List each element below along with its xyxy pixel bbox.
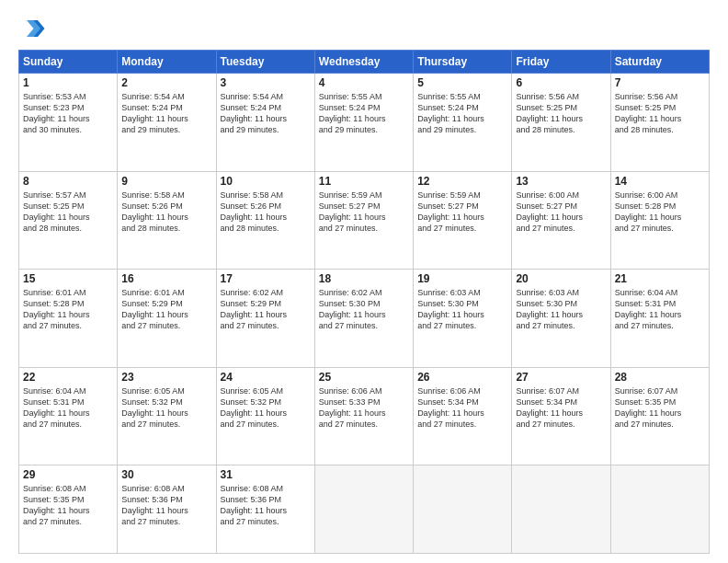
calendar-header-saturday: Saturday xyxy=(610,51,709,74)
calendar-header-monday: Monday xyxy=(118,51,216,74)
calendar-cell: 5Sunrise: 5:55 AM Sunset: 5:24 PM Daylig… xyxy=(414,74,512,172)
day-info: Sunrise: 5:57 AM Sunset: 5:25 PM Dayligh… xyxy=(23,190,113,235)
calendar-cell: 28Sunrise: 6:07 AM Sunset: 5:35 PM Dayli… xyxy=(610,367,709,465)
day-number: 3 xyxy=(221,76,311,89)
day-number: 16 xyxy=(121,272,211,285)
calendar-cell xyxy=(610,465,709,554)
calendar-cell: 29Sunrise: 6:08 AM Sunset: 5:35 PM Dayli… xyxy=(19,465,118,554)
day-info: Sunrise: 5:54 AM Sunset: 5:24 PM Dayligh… xyxy=(121,91,211,136)
day-number: 23 xyxy=(121,371,211,384)
day-number: 10 xyxy=(221,175,311,188)
calendar-cell: 8Sunrise: 5:57 AM Sunset: 5:25 PM Daylig… xyxy=(19,171,118,270)
day-number: 20 xyxy=(516,272,606,285)
day-info: Sunrise: 5:56 AM Sunset: 5:25 PM Dayligh… xyxy=(615,91,705,136)
day-info: Sunrise: 6:08 AM Sunset: 5:36 PM Dayligh… xyxy=(121,483,211,528)
day-number: 28 xyxy=(615,371,705,384)
calendar-cell: 18Sunrise: 6:02 AM Sunset: 5:30 PM Dayli… xyxy=(314,270,413,368)
day-info: Sunrise: 6:07 AM Sunset: 5:35 PM Dayligh… xyxy=(615,385,705,431)
day-number: 5 xyxy=(417,76,507,89)
day-number: 30 xyxy=(121,468,211,481)
calendar-cell: 21Sunrise: 6:04 AM Sunset: 5:31 PM Dayli… xyxy=(610,270,709,368)
calendar-table: SundayMondayTuesdayWednesdayThursdayFrid… xyxy=(18,50,710,554)
calendar-cell: 20Sunrise: 6:03 AM Sunset: 5:30 PM Dayli… xyxy=(512,270,610,368)
day-number: 13 xyxy=(516,175,606,188)
day-number: 9 xyxy=(121,175,211,188)
calendar-header-tuesday: Tuesday xyxy=(216,51,314,74)
day-info: Sunrise: 6:08 AM Sunset: 5:36 PM Dayligh… xyxy=(221,483,311,528)
calendar-cell: 10Sunrise: 5:58 AM Sunset: 5:26 PM Dayli… xyxy=(216,171,314,270)
day-number: 18 xyxy=(319,272,409,285)
calendar-week-row: 29Sunrise: 6:08 AM Sunset: 5:35 PM Dayli… xyxy=(19,465,710,554)
calendar-cell: 6Sunrise: 5:56 AM Sunset: 5:25 PM Daylig… xyxy=(512,74,610,172)
day-info: Sunrise: 6:03 AM Sunset: 5:30 PM Dayligh… xyxy=(417,287,507,332)
day-number: 17 xyxy=(221,272,311,285)
day-info: Sunrise: 6:04 AM Sunset: 5:31 PM Dayligh… xyxy=(23,385,113,431)
day-number: 2 xyxy=(121,76,211,89)
day-info: Sunrise: 5:54 AM Sunset: 5:24 PM Dayligh… xyxy=(221,91,311,136)
calendar-cell: 22Sunrise: 6:04 AM Sunset: 5:31 PM Dayli… xyxy=(19,367,118,465)
day-info: Sunrise: 6:05 AM Sunset: 5:32 PM Dayligh… xyxy=(221,385,311,431)
day-number: 11 xyxy=(319,175,409,188)
calendar-cell: 1Sunrise: 5:53 AM Sunset: 5:23 PM Daylig… xyxy=(19,74,118,172)
calendar-week-row: 22Sunrise: 6:04 AM Sunset: 5:31 PM Dayli… xyxy=(19,367,710,465)
header xyxy=(18,15,710,42)
calendar-week-row: 1Sunrise: 5:53 AM Sunset: 5:23 PM Daylig… xyxy=(19,74,710,172)
day-info: Sunrise: 5:58 AM Sunset: 5:26 PM Dayligh… xyxy=(221,190,311,235)
calendar-header-sunday: Sunday xyxy=(19,51,118,74)
calendar-cell xyxy=(314,465,413,554)
calendar-cell xyxy=(512,465,610,554)
calendar-cell: 26Sunrise: 6:06 AM Sunset: 5:34 PM Dayli… xyxy=(414,367,512,465)
day-number: 31 xyxy=(221,468,311,481)
day-info: Sunrise: 6:00 AM Sunset: 5:27 PM Dayligh… xyxy=(516,190,606,235)
day-info: Sunrise: 6:02 AM Sunset: 5:30 PM Dayligh… xyxy=(319,287,409,332)
calendar-cell: 9Sunrise: 5:58 AM Sunset: 5:26 PM Daylig… xyxy=(118,171,216,270)
calendar-cell: 30Sunrise: 6:08 AM Sunset: 5:36 PM Dayli… xyxy=(118,465,216,554)
calendar-week-row: 15Sunrise: 6:01 AM Sunset: 5:28 PM Dayli… xyxy=(19,270,710,368)
day-info: Sunrise: 5:58 AM Sunset: 5:26 PM Dayligh… xyxy=(121,190,211,235)
calendar-header-row: SundayMondayTuesdayWednesdayThursdayFrid… xyxy=(19,51,710,74)
day-number: 25 xyxy=(319,371,409,384)
calendar-header-thursday: Thursday xyxy=(414,51,512,74)
calendar-week-row: 8Sunrise: 5:57 AM Sunset: 5:25 PM Daylig… xyxy=(19,171,710,270)
day-number: 4 xyxy=(319,76,409,89)
calendar-cell: 31Sunrise: 6:08 AM Sunset: 5:36 PM Dayli… xyxy=(216,465,314,554)
day-info: Sunrise: 6:04 AM Sunset: 5:31 PM Dayligh… xyxy=(615,287,705,332)
day-info: Sunrise: 6:02 AM Sunset: 5:29 PM Dayligh… xyxy=(221,287,311,332)
calendar-cell: 25Sunrise: 6:06 AM Sunset: 5:33 PM Dayli… xyxy=(314,367,413,465)
day-info: Sunrise: 6:06 AM Sunset: 5:34 PM Dayligh… xyxy=(417,385,507,431)
day-number: 8 xyxy=(23,175,113,188)
calendar-cell: 16Sunrise: 6:01 AM Sunset: 5:29 PM Dayli… xyxy=(118,270,216,368)
logo-icon xyxy=(18,15,46,42)
calendar-cell: 11Sunrise: 5:59 AM Sunset: 5:27 PM Dayli… xyxy=(314,171,413,270)
day-info: Sunrise: 6:05 AM Sunset: 5:32 PM Dayligh… xyxy=(121,385,211,431)
calendar-cell: 12Sunrise: 5:59 AM Sunset: 5:27 PM Dayli… xyxy=(414,171,512,270)
day-info: Sunrise: 6:01 AM Sunset: 5:28 PM Dayligh… xyxy=(23,287,113,332)
day-number: 6 xyxy=(516,76,606,89)
calendar-cell: 13Sunrise: 6:00 AM Sunset: 5:27 PM Dayli… xyxy=(512,171,610,270)
day-info: Sunrise: 5:59 AM Sunset: 5:27 PM Dayligh… xyxy=(417,190,507,235)
page: SundayMondayTuesdayWednesdayThursdayFrid… xyxy=(0,0,728,563)
day-info: Sunrise: 5:55 AM Sunset: 5:24 PM Dayligh… xyxy=(417,91,507,136)
day-number: 26 xyxy=(417,371,507,384)
day-number: 14 xyxy=(615,175,705,188)
day-info: Sunrise: 5:53 AM Sunset: 5:23 PM Dayligh… xyxy=(23,91,113,136)
day-number: 1 xyxy=(23,76,113,89)
day-info: Sunrise: 6:00 AM Sunset: 5:28 PM Dayligh… xyxy=(615,190,705,235)
calendar-header-friday: Friday xyxy=(512,51,610,74)
logo xyxy=(18,15,50,42)
day-info: Sunrise: 6:03 AM Sunset: 5:30 PM Dayligh… xyxy=(516,287,606,332)
calendar-cell: 15Sunrise: 6:01 AM Sunset: 5:28 PM Dayli… xyxy=(19,270,118,368)
calendar-header-wednesday: Wednesday xyxy=(314,51,413,74)
calendar-cell: 23Sunrise: 6:05 AM Sunset: 5:32 PM Dayli… xyxy=(118,367,216,465)
day-number: 12 xyxy=(417,175,507,188)
day-info: Sunrise: 5:56 AM Sunset: 5:25 PM Dayligh… xyxy=(516,91,606,136)
day-info: Sunrise: 6:07 AM Sunset: 5:34 PM Dayligh… xyxy=(516,385,606,431)
day-info: Sunrise: 6:08 AM Sunset: 5:35 PM Dayligh… xyxy=(23,483,113,528)
day-number: 19 xyxy=(417,272,507,285)
day-number: 15 xyxy=(23,272,113,285)
day-info: Sunrise: 6:06 AM Sunset: 5:33 PM Dayligh… xyxy=(319,385,409,431)
calendar-cell: 7Sunrise: 5:56 AM Sunset: 5:25 PM Daylig… xyxy=(610,74,709,172)
day-number: 29 xyxy=(23,468,113,481)
day-info: Sunrise: 5:59 AM Sunset: 5:27 PM Dayligh… xyxy=(319,190,409,235)
calendar-cell xyxy=(414,465,512,554)
